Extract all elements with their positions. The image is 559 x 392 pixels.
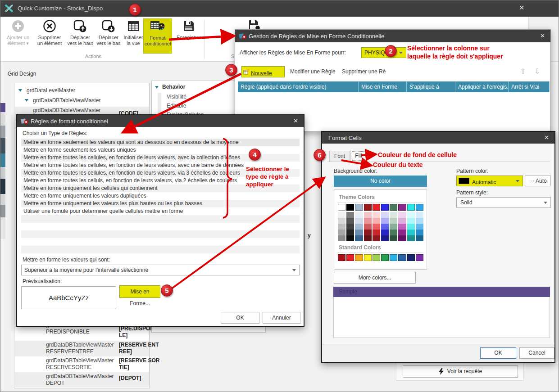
color-swatch[interactable]	[407, 254, 415, 261]
color-swatch[interactable]	[346, 212, 354, 218]
color-swatch[interactable]	[338, 235, 345, 241]
format-button[interactable]: Mise en Forme...	[119, 285, 160, 298]
column-header[interactable]: Appliquer à l'enregis...	[455, 81, 509, 92]
ok-button[interactable]: OK	[480, 347, 516, 359]
color-swatch[interactable]	[381, 254, 389, 261]
color-swatch[interactable]	[373, 230, 380, 235]
cancel-button[interactable]: Cancel	[519, 347, 554, 359]
color-swatch[interactable]	[346, 235, 354, 241]
color-swatch[interactable]	[355, 224, 363, 230]
delete-rule-link[interactable]: Supprimer une Rè	[342, 68, 386, 75]
color-swatch[interactable]	[364, 224, 372, 230]
rules-filter-combo[interactable]: PHYSIQUE	[361, 47, 406, 58]
color-swatch[interactable]	[416, 212, 423, 218]
move-down-button[interactable]: Déplacer vers le bas	[95, 18, 122, 46]
add-item-button[interactable]: Ajouter un élément ▾	[3, 18, 33, 46]
column-header[interactable]: Mise en Forme	[359, 81, 407, 92]
behavior-item[interactable]: Visibilité	[167, 94, 186, 100]
remove-item-button[interactable]: Supprimer un élément	[35, 18, 64, 46]
color-swatch[interactable]	[407, 235, 415, 241]
color-swatch[interactable]	[373, 235, 380, 241]
color-swatch[interactable]	[381, 204, 389, 211]
color-swatch[interactable]	[364, 212, 372, 218]
color-swatch[interactable]	[338, 224, 345, 230]
color-swatch[interactable]	[381, 235, 389, 241]
tree-row[interactable]: grdDataDBTableViewMasterRESERVESORTIE [R…	[15, 356, 149, 372]
chevron-down-icon[interactable]	[18, 89, 22, 92]
rule-type-item[interactable]: Mettre en forme uniquement les valeurs d…	[21, 192, 300, 200]
tab-fill[interactable]: Fill	[350, 150, 367, 162]
save-button[interactable]: Enregistrer	[176, 18, 201, 41]
move-rule-up-icon[interactable]: ⇧	[520, 67, 526, 76]
color-swatch[interactable]	[373, 218, 380, 224]
color-swatch[interactable]	[407, 212, 415, 218]
column-header[interactable]: Règle (appliqué dans l'ordre visible)	[238, 81, 359, 92]
more-colors-button[interactable]: More colors...	[334, 272, 416, 284]
color-swatch[interactable]	[416, 224, 423, 230]
color-swatch[interactable]	[390, 235, 397, 241]
color-swatch[interactable]	[381, 212, 389, 218]
auto-color-button[interactable]: ⋯ Auto	[525, 176, 551, 186]
color-swatch[interactable]	[381, 224, 389, 230]
color-swatch[interactable]	[338, 254, 345, 261]
color-swatch[interactable]	[373, 254, 380, 261]
color-swatch[interactable]	[373, 224, 380, 230]
edit-rule-link[interactable]: Modifier une Règle	[290, 68, 336, 75]
pattern-style-combo[interactable]: Solid	[456, 197, 551, 208]
color-swatch[interactable]	[407, 204, 415, 211]
color-swatch[interactable]	[416, 218, 423, 224]
color-swatch[interactable]	[373, 204, 380, 211]
color-swatch[interactable]	[398, 224, 406, 230]
view-query-button[interactable]: Voir la requête	[403, 365, 518, 378]
color-swatch[interactable]	[381, 230, 389, 235]
color-swatch[interactable]	[416, 204, 423, 211]
close-icon[interactable]: ✕	[540, 32, 545, 39]
color-swatch[interactable]	[416, 254, 423, 261]
move-up-button[interactable]: Déplacer vers le haut	[66, 18, 94, 46]
color-swatch[interactable]	[390, 224, 397, 230]
color-swatch[interactable]	[364, 254, 372, 261]
move-rule-down-icon[interactable]: ⇩	[534, 67, 540, 76]
color-swatch[interactable]	[407, 230, 415, 235]
color-swatch[interactable]	[398, 230, 406, 235]
tab-font[interactable]: Font	[329, 151, 350, 162]
color-swatch[interactable]	[355, 254, 363, 261]
close-icon[interactable]: ✕	[544, 134, 549, 141]
color-swatch[interactable]	[338, 204, 345, 211]
color-swatch[interactable]	[355, 235, 363, 241]
conditional-format-button[interactable]: Format conditionnel	[143, 18, 172, 54]
color-swatch[interactable]	[355, 230, 363, 235]
color-swatch[interactable]	[390, 204, 397, 211]
color-swatch[interactable]	[364, 230, 372, 235]
rule-type-item[interactable]: Mettre en forme seulement les valeurs qu…	[21, 139, 300, 146]
color-swatch[interactable]	[346, 204, 354, 211]
pattern-color-combo[interactable]: Automatic	[456, 176, 523, 186]
close-icon[interactable]: ✕	[293, 117, 298, 124]
color-swatch[interactable]	[364, 235, 372, 241]
color-swatch[interactable]	[346, 218, 354, 224]
behavior-item[interactable]: Editable	[167, 103, 186, 109]
color-swatch[interactable]	[416, 235, 423, 241]
condition-combo[interactable]: Supérieur à la moyenne pour l'intervalle…	[21, 265, 300, 275]
color-swatch[interactable]	[346, 230, 354, 235]
tree-row[interactable]: grdDataDBTableViewMasterRESERVEENTREE [R…	[15, 341, 149, 356]
cancel-button[interactable]: Annuler	[263, 312, 300, 324]
tree-row[interactable]: grdDataDBTableViewMaster	[15, 97, 149, 105]
color-swatch[interactable]	[398, 204, 406, 211]
color-swatch[interactable]	[407, 218, 415, 224]
column-header[interactable]: S'applique à	[407, 81, 455, 92]
color-swatch[interactable]	[338, 218, 345, 224]
color-swatch[interactable]	[398, 212, 406, 218]
window-close-icon[interactable]: ✕	[515, 4, 528, 13]
tree-row[interactable]: grdDataLevelMaster	[15, 87, 149, 95]
chevron-down-icon[interactable]	[25, 99, 28, 102]
color-swatch[interactable]	[390, 212, 397, 218]
color-swatch[interactable]	[364, 218, 372, 224]
rule-type-item[interactable]: Utiliser une fomule pour déterminer quel…	[21, 207, 300, 215]
color-swatch[interactable]	[364, 204, 372, 211]
color-swatch[interactable]	[390, 254, 397, 261]
no-color-button[interactable]: No color	[334, 176, 427, 187]
color-swatch[interactable]	[390, 218, 397, 224]
color-swatch[interactable]	[355, 218, 363, 224]
color-swatch[interactable]	[398, 218, 406, 224]
